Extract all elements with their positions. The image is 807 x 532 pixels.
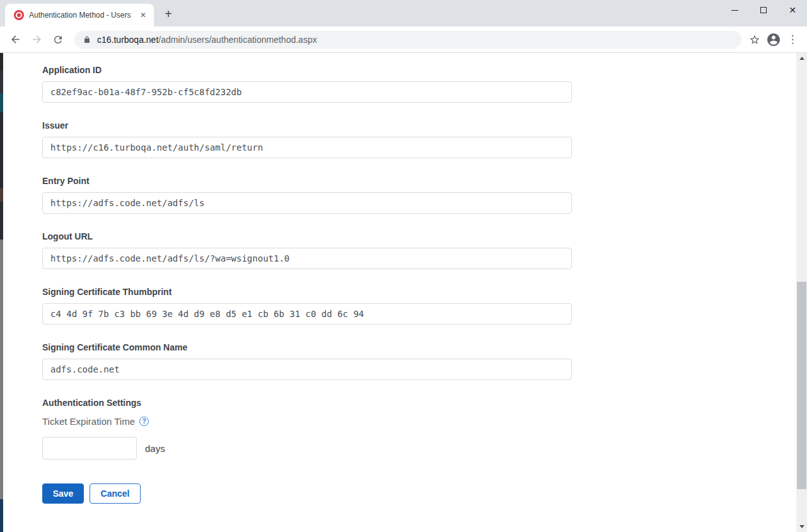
browser-tab[interactable]: Authentication Method - Users ✕ (5, 4, 154, 26)
authentication-method-form: Application ID Issuer Entry Point Logout… (0, 53, 807, 504)
days-unit-label: days (145, 443, 165, 454)
tab-close-icon[interactable]: ✕ (137, 9, 149, 21)
scroll-up-arrow-icon[interactable] (796, 53, 807, 64)
signing-cert-thumbprint-input[interactable] (42, 303, 572, 325)
form-field: Signing Certificate Thumbprint (42, 287, 807, 325)
close-button[interactable]: ✕ (778, 0, 807, 20)
url-domain: c16.turboqa.net (97, 35, 158, 45)
cancel-button[interactable]: Cancel (90, 483, 141, 504)
refresh-button[interactable] (48, 30, 68, 50)
tab-title: Authentication Method - Users (29, 11, 137, 20)
scroll-down-arrow-icon[interactable] (796, 521, 807, 532)
page-scrollbar[interactable] (796, 53, 807, 532)
logout-url-input[interactable] (42, 248, 572, 269)
field-label: Application ID (42, 65, 807, 75)
back-button[interactable] (5, 30, 25, 50)
new-tab-button[interactable]: + (160, 6, 177, 22)
field-label: Logout URL (42, 231, 807, 241)
page-body: Application ID Issuer Entry Point Logout… (0, 53, 807, 532)
ticket-expiration-input-row: days (42, 437, 807, 460)
collapsed-sidebar-edge (0, 53, 3, 532)
form-field: Issuer (42, 120, 807, 158)
forward-button[interactable] (26, 30, 47, 50)
url-text: c16.turboqa.net/admin/users/authenticati… (97, 35, 317, 45)
browser-titlebar: Authentication Method - Users ✕ + ✕ (0, 0, 807, 26)
signing-cert-common-name-input[interactable] (42, 359, 572, 380)
save-button[interactable]: Save (42, 483, 84, 504)
bookmark-star-button[interactable] (745, 30, 764, 49)
browser-menu-button[interactable]: ⋮ (783, 30, 802, 49)
help-icon[interactable]: ? (139, 417, 149, 426)
star-icon (749, 34, 760, 45)
ticket-expiration-label-row: Ticket Expiration Time ? (42, 416, 807, 427)
application-id-input[interactable] (42, 81, 572, 103)
form-actions: Save Cancel (42, 483, 807, 504)
ticket-expiration-label: Ticket Expiration Time (42, 416, 135, 427)
forward-arrow-icon (31, 33, 43, 45)
back-arrow-icon (9, 33, 21, 45)
profile-button[interactable] (764, 30, 783, 49)
url-path: /admin/users/authenticationmethod.aspx (158, 35, 316, 45)
issuer-input[interactable] (42, 137, 572, 158)
minimize-icon (731, 10, 738, 11)
field-label: Signing Certificate Common Name (42, 342, 807, 352)
scrollbar-thumb[interactable] (797, 282, 806, 489)
refresh-icon (52, 34, 64, 45)
field-label: Entry Point (42, 176, 807, 186)
avatar-icon (766, 32, 781, 47)
form-field: Logout URL (42, 231, 807, 269)
field-label: Issuer (42, 120, 807, 130)
authentication-settings-heading: Authentication Settings (42, 398, 807, 408)
maximize-icon (760, 7, 767, 13)
maximize-button[interactable] (749, 0, 778, 20)
form-field: Signing Certificate Common Name (42, 342, 807, 380)
field-label: Signing Certificate Thumbprint (42, 287, 807, 297)
browser-toolbar: c16.turboqa.net/admin/users/authenticati… (0, 26, 807, 53)
form-field: Application ID (42, 65, 807, 103)
minimize-button[interactable] (720, 0, 749, 20)
form-field: Entry Point (42, 176, 807, 214)
site-favicon-icon (14, 10, 24, 20)
window-controls: ✕ (720, 0, 807, 20)
address-bar[interactable]: c16.turboqa.net/admin/users/authenticati… (74, 31, 741, 49)
ticket-expiration-input[interactable] (42, 437, 137, 460)
entry-point-input[interactable] (42, 192, 572, 214)
lock-icon (83, 35, 91, 44)
